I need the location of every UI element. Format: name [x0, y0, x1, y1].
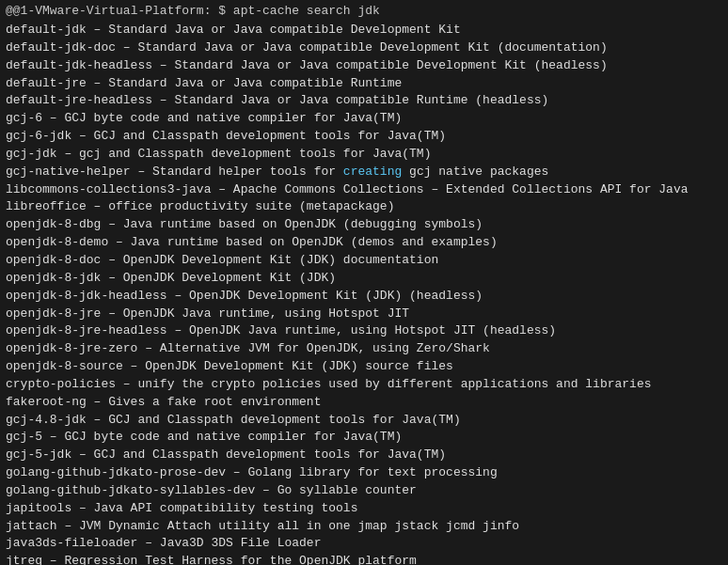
terminal-line: default-jre-headless – Standard Java or …	[6, 92, 722, 110]
terminal-line: default-jre – Standard Java or Java comp…	[6, 75, 722, 93]
terminal-line: japitools – Java API compatibility testi…	[6, 500, 722, 518]
terminal-line: gcj-4.8-jdk – GCJ and Classpath developm…	[6, 412, 722, 430]
terminal-line: openjdk-8-jre-zero – Alternative JVM for…	[6, 340, 722, 358]
terminal-line: default-jdk – Standard Java or Java comp…	[6, 22, 722, 39]
terminal-output: default-jdk – Standard Java or Java comp…	[6, 22, 722, 565]
terminal-line: openjdk-8-demo – Java runtime based on O…	[6, 234, 722, 252]
terminal-line: fakeroot-ng – Gives a fake root environm…	[6, 394, 722, 412]
terminal-line: libreoffice – office productivity suite …	[6, 198, 722, 216]
terminal-line: jattach – JVM Dynamic Attach utility all…	[6, 518, 722, 536]
terminal-line: openjdk-8-source – OpenJDK Development K…	[6, 358, 722, 376]
terminal-line: gcj-6 – GCJ byte code and native compile…	[6, 110, 722, 128]
terminal-title: @@1-VMware-Virtual-Platform: $ apt-cache…	[6, 4, 722, 18]
highlighted-word: creating	[343, 165, 402, 179]
terminal-line: gcj-native-helper – Standard helper tool…	[6, 164, 722, 181]
terminal-line: openjdk-8-jdk – OpenJDK Development Kit …	[6, 270, 722, 288]
terminal-line: gcj-6-jdk – GCJ and Classpath developmen…	[6, 128, 722, 146]
terminal-line: openjdk-8-jre-headless – OpenJDK Java ru…	[6, 322, 722, 340]
terminal-line: libcommons-collections3-java – Apache Co…	[6, 181, 722, 199]
terminal-line: default-jdk-headless – Standard Java or …	[6, 57, 722, 75]
terminal-line: golang-github-jdkato-syllables-dev – Go …	[6, 482, 722, 500]
terminal-window: @@1-VMware-Virtual-Platform: $ apt-cache…	[0, 0, 728, 565]
terminal-line: jtreg – Regression Test Harness for the …	[6, 553, 722, 565]
terminal-line: openjdk-8-dbg – Java runtime based on Op…	[6, 216, 722, 234]
terminal-line: openjdk-8-doc – OpenJDK Development Kit …	[6, 252, 722, 270]
terminal-line: default-jdk-doc – Standard Java or Java …	[6, 39, 722, 57]
terminal-line: openjdk-8-jre – OpenJDK Java runtime, us…	[6, 306, 722, 323]
terminal-line: crypto-policies – unify the crypto polic…	[6, 376, 722, 394]
terminal-line: golang-github-jdkato-prose-dev – Golang …	[6, 464, 722, 482]
terminal-line: gcj-jdk – gcj and Classpath development …	[6, 146, 722, 164]
terminal-line: gcj-5 – GCJ byte code and native compile…	[6, 429, 722, 447]
prompt-symbol: @	[6, 4, 13, 18]
terminal-line: openjdk-8-jdk-headless – OpenJDK Develop…	[6, 288, 722, 306]
terminal-line: gcj-5-jdk – GCJ and Classpath developmen…	[6, 447, 722, 464]
terminal-line: java3ds-fileloader – Java3D 3DS File Loa…	[6, 535, 722, 553]
